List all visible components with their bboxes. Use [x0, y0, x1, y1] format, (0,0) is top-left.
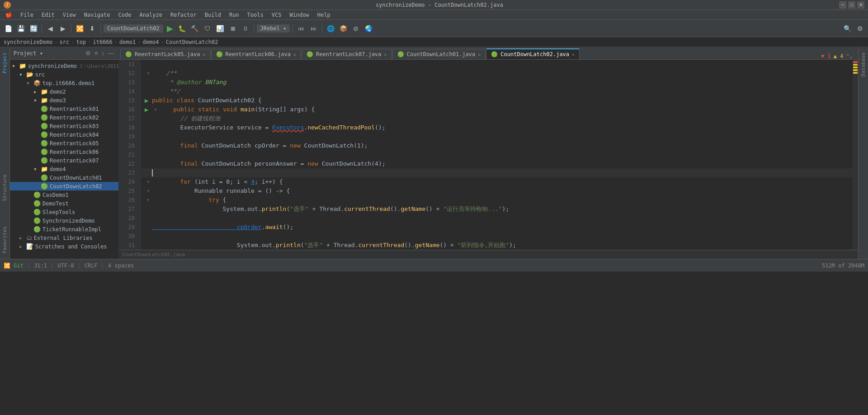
profile-button[interactable]: 📊 — [215, 23, 226, 34]
maximize-button[interactable]: □ — [848, 1, 855, 9]
run-config-dropdown[interactable]: CountDownLatch02 — [104, 24, 163, 33]
menu-navigate[interactable]: Navigate — [80, 11, 114, 19]
tree-syncdemo[interactable]: 🟢 SynchronizedDemo — [10, 216, 118, 225]
tree-sleeptools[interactable]: 🟢 SleepTools — [10, 208, 118, 216]
refresh-button[interactable]: 🔄 — [28, 23, 39, 34]
minimize-button[interactable]: ─ — [839, 1, 846, 9]
breadcrumb-root[interactable]: synchronizeDemo — [4, 39, 52, 45]
debug-button[interactable]: 🐛 — [177, 23, 188, 34]
project-close-button[interactable]: — — [107, 50, 115, 57]
breadcrumb-bar: synchronizeDemo › src › top › it6666 › d… — [0, 37, 868, 47]
tree-demo3[interactable]: ▾ 📁 demo3 — [10, 96, 118, 105]
tree-demo4[interactable]: ▾ 📁 demo4 — [10, 165, 118, 173]
tree-extlibs[interactable]: ▸ 🗂 External Libraries — [10, 234, 118, 242]
run-arrow-16[interactable]: ▶ — [145, 105, 152, 114]
run-button[interactable]: ▶ — [165, 23, 175, 34]
tree-src[interactable]: ▾ 📂 src — [10, 70, 118, 79]
project-tab-strip[interactable]: Project — [0, 49, 9, 77]
browser-button[interactable]: 🌐 — [325, 23, 336, 34]
tree-reentrantlock03[interactable]: 🟢 ReentrantLock03 — [10, 122, 118, 130]
menu-apple[interactable]: 🍎 — [2, 11, 16, 19]
tree-reentrantlock05[interactable]: 🟢 ReentrantLock05 — [10, 139, 118, 148]
database-tab-strip[interactable]: Database — [859, 49, 868, 80]
expand-arrows[interactable]: ⌃⌄ — [846, 53, 853, 59]
status-separator-3: | — [77, 262, 80, 269]
build-button[interactable]: 🔨 — [189, 23, 200, 34]
settings-button[interactable]: ⚙ — [854, 23, 865, 34]
tree-reentrantlock04[interactable]: 🟢 ReentrantLock04 — [10, 130, 118, 139]
step2-button[interactable]: ⏭ — [308, 23, 319, 34]
menu-refactor[interactable]: Refactor — [167, 11, 200, 19]
tree-demo2[interactable]: ▸ 📁 demo2 — [10, 87, 118, 96]
deploy-button[interactable]: 📦 — [338, 23, 349, 34]
menu-window[interactable]: Window — [286, 11, 312, 19]
tree-cdl01[interactable]: 🟢 CountDownLatch01 — [10, 173, 118, 182]
search-everywhere-button[interactable]: 🔍 — [842, 23, 853, 34]
tab-rl07[interactable]: 🟢 ReentrantLock07.java ✕ — [302, 49, 392, 59]
tab-close-cdl02[interactable]: ✕ — [572, 52, 575, 57]
close-button[interactable]: ✕ — [857, 1, 864, 9]
linenum-31: 31 — [118, 241, 137, 250]
cancel-button[interactable]: ⊘ — [350, 23, 361, 34]
status-right: 512M of 2048M — [822, 262, 864, 269]
favorites-tab-strip[interactable]: Favorites — [0, 223, 9, 257]
pause-button[interactable]: ⏸ — [240, 23, 251, 34]
tree-package[interactable]: ▾ 📦 top.it6666.demo1 — [10, 79, 118, 87]
breadcrumb-top[interactable]: top — [76, 39, 86, 45]
save-button[interactable]: 💾 — [15, 23, 26, 34]
menu-vcs[interactable]: VCS — [268, 11, 285, 19]
project-expand-button[interactable]: ↕ — [101, 50, 106, 57]
window-controls[interactable]: ─ □ ✕ — [839, 1, 864, 9]
git-pull-button[interactable]: ⬇ — [87, 23, 98, 34]
tree-reentrantlock02[interactable]: 🟢 ReentrantLock02 — [10, 113, 118, 122]
breadcrumb-demo1[interactable]: demo1 — [119, 39, 136, 45]
tree-demotest[interactable]: 🟢 DemoTest — [10, 199, 118, 208]
tree-reentrantlock07[interactable]: 🟢 ReentrantLock07 — [10, 156, 118, 165]
tab-close-cdl01[interactable]: ✕ — [478, 52, 481, 57]
tree-cdl02[interactable]: 🟢 CountDownLatch02 — [10, 182, 118, 191]
breadcrumb-src[interactable]: src — [60, 39, 70, 45]
run-arrow-15[interactable]: ▶ — [145, 96, 152, 105]
tab-close-rl07[interactable]: ✕ — [384, 52, 387, 57]
menu-run[interactable]: Run — [226, 11, 243, 19]
menu-build[interactable]: Build — [201, 11, 225, 19]
translate-button[interactable]: 🌏 — [363, 23, 374, 34]
jrebel-button[interactable]: JRebel ▾ — [257, 24, 290, 33]
code-author-tag: @author — [177, 78, 202, 87]
tree-scratches[interactable]: ▸ 📝 Scratches and Consoles — [10, 242, 118, 251]
java-icon-cdl02: 🟢 — [41, 183, 48, 190]
code-area[interactable]: ▼ /** * @author BNTang **/ ▶ p — [141, 60, 853, 250]
coverage-button[interactable]: 🛡 — [202, 23, 213, 34]
tree-ticketrunnable[interactable]: 🟢 TicketRunnableImpl — [10, 225, 118, 234]
project-settings-button[interactable]: ⚙ — [85, 50, 92, 57]
tree-root[interactable]: ▾ 📁 synchronizeDemo C:\Users\30315\Dow — [10, 62, 118, 70]
step-button[interactable]: ⏮ — [296, 23, 307, 34]
tree-reentrantlock06[interactable]: 🟢 ReentrantLock06 — [10, 148, 118, 156]
code-line-12: ▼ /** — [141, 69, 853, 78]
git-button[interactable]: 🔀 — [74, 23, 85, 34]
tab-rl05[interactable]: 🟢 ReentrantLock05.java ✕ — [120, 49, 211, 59]
menu-file[interactable]: File — [17, 11, 37, 19]
tab-cdl01[interactable]: 🟢 CountDownLatch01.java ✕ — [392, 49, 486, 59]
tab-close-rl06[interactable]: ✕ — [293, 52, 296, 57]
tab-rl06[interactable]: 🟢 ReentrantLock06.java ✕ — [211, 49, 302, 59]
menu-tools[interactable]: Tools — [244, 11, 267, 19]
back-button[interactable]: ◀ — [45, 23, 56, 34]
tab-cdl02[interactable]: 🟢 CountDownLatch02.java ✕ — [486, 48, 580, 59]
menu-help[interactable]: Help — [314, 11, 334, 19]
menu-edit[interactable]: Edit — [38, 11, 58, 19]
breadcrumb-demo4[interactable]: demo4 — [142, 39, 159, 45]
breadcrumb-file[interactable]: CountDownLatch02 — [166, 39, 218, 45]
menu-view[interactable]: View — [59, 11, 80, 19]
tab-close-rl05[interactable]: ✕ — [203, 52, 206, 57]
new-file-button[interactable]: 📄 — [3, 23, 14, 34]
tree-casdemo1[interactable]: 🟢 CasDemo1 — [10, 191, 118, 199]
breadcrumb-it6666[interactable]: it6666 — [93, 39, 112, 45]
structure-tab-strip[interactable]: Structure — [0, 171, 9, 205]
menu-analyze[interactable]: Analyze — [136, 11, 166, 19]
tree-reentrantlock01[interactable]: 🟢 ReentrantLock01 — [10, 105, 118, 113]
forward-button[interactable]: ▶ — [57, 23, 68, 34]
stop-button[interactable]: ⏹ — [227, 23, 238, 34]
menu-code[interactable]: Code — [115, 11, 135, 19]
project-sort-button[interactable]: ≡ — [94, 50, 99, 57]
